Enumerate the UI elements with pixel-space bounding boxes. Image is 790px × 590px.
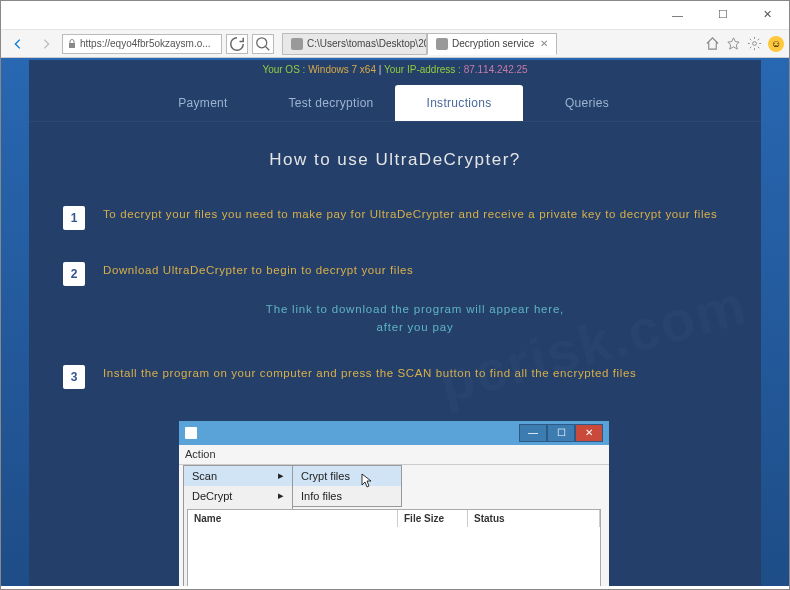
tab-instructions[interactable]: Instructions (395, 85, 523, 121)
step-number: 2 (63, 262, 85, 286)
ip-label: Your IP-address : (384, 64, 461, 75)
menu-item-decrypt[interactable]: DeCrypt▸ (184, 486, 292, 506)
address-bar[interactable]: https://eqyo4fbr5okzaysm.o... (62, 34, 222, 54)
col-file-size[interactable]: File Size (398, 510, 468, 527)
app-icon (185, 427, 197, 439)
app-minimize-button[interactable]: — (519, 424, 547, 442)
col-status[interactable]: Status (468, 510, 600, 527)
app-titlebar: — ☐ ✕ (179, 421, 609, 445)
os-label: Your OS : (262, 64, 305, 75)
window-minimize-button[interactable]: — (655, 0, 700, 30)
tab-strip: C:\Users\tomas\Desktop\2016-... Decrypti… (282, 33, 557, 55)
step-number: 1 (63, 206, 85, 230)
menu-action[interactable]: Action (185, 448, 216, 460)
step-number: 3 (63, 365, 85, 389)
step-text: Download UltraDeCrypter to begin to decr… (103, 262, 413, 279)
svg-line-2 (266, 46, 270, 50)
search-button[interactable] (252, 34, 274, 54)
tab-label: C:\Users\tomas\Desktop\2016-... (307, 38, 427, 49)
lock-icon (67, 39, 77, 49)
tab-queries[interactable]: Queries (523, 85, 651, 121)
svg-point-3 (753, 42, 757, 46)
cursor-icon (361, 473, 373, 489)
star-icon[interactable] (726, 36, 741, 51)
app-window-buttons: — ☐ ✕ (519, 424, 603, 442)
submenu-item-info-files[interactable]: Info files (293, 486, 401, 506)
back-button[interactable] (6, 33, 30, 55)
app-maximize-button[interactable]: ☐ (547, 424, 575, 442)
page-title: How to use UltraDeCrypter? (29, 150, 761, 170)
app-title-text (185, 427, 519, 439)
app-screenshot: — ☐ ✕ Action Scan▸ DeCrypt▸ Delete▸ Add … (179, 421, 609, 586)
page-icon (436, 38, 448, 50)
app-body: Scan▸ DeCrypt▸ Delete▸ Add file Import k… (179, 465, 609, 586)
download-link-placeholder: The link to download the program will ap… (103, 300, 727, 337)
refresh-button[interactable] (226, 34, 248, 54)
step-text: To decrypt your files you need to make p… (103, 206, 717, 223)
browser-tab-1[interactable]: C:\Users\tomas\Desktop\2016-... (282, 33, 427, 55)
page-content: Your OS : Windows 7 x64 | Your IP-addres… (0, 58, 790, 586)
col-name[interactable]: Name (188, 510, 398, 527)
tab-close-icon[interactable]: ✕ (540, 38, 548, 49)
step-3: 3 Install the program on your computer a… (63, 365, 727, 389)
browser-tab-2[interactable]: Decryption service✕ (427, 33, 557, 55)
svg-rect-0 (69, 43, 75, 48)
url-text: https://eqyo4fbr5okzaysm.o... (80, 38, 211, 49)
app-close-button[interactable]: ✕ (575, 424, 603, 442)
info-bar: Your OS : Windows 7 x64 | Your IP-addres… (29, 60, 761, 77)
toolbar-right: ☺ (705, 36, 784, 52)
home-icon[interactable] (705, 36, 720, 51)
browser-toolbar: https://eqyo4fbr5okzaysm.o... C:\Users\t… (0, 30, 790, 58)
tab-test-decryption[interactable]: Test decryption (267, 85, 395, 121)
os-value: Windows 7 x64 (308, 64, 376, 75)
feedback-icon[interactable]: ☺ (768, 36, 784, 52)
step-2: 2 Download UltraDeCrypter to begin to de… (63, 262, 727, 286)
submenu-item-crypt-files[interactable]: Crypt files (293, 466, 401, 486)
tab-payment[interactable]: Payment (139, 85, 267, 121)
nav-tabs: Payment Test decryption Instructions Que… (29, 85, 761, 122)
app-menubar: Action (179, 445, 609, 465)
main-panel: Your OS : Windows 7 x64 | Your IP-addres… (29, 60, 761, 586)
submenu: Crypt files Info files (292, 465, 402, 507)
step-1: 1 To decrypt your files you need to make… (63, 206, 727, 230)
list-header: Name File Size Status (187, 509, 601, 528)
svg-point-1 (257, 37, 267, 47)
forward-button[interactable] (34, 33, 58, 55)
step-text: Install the program on your computer and… (103, 365, 636, 382)
file-icon (291, 38, 303, 50)
tab-label: Decryption service (452, 38, 534, 49)
list-body (187, 527, 601, 586)
window-titlebar: — ☐ ✕ (0, 0, 790, 30)
steps: 1 To decrypt your files you need to make… (29, 206, 761, 389)
window-close-button[interactable]: ✕ (745, 0, 790, 30)
window-maximize-button[interactable]: ☐ (700, 0, 745, 30)
gear-icon[interactable] (747, 36, 762, 51)
menu-item-scan[interactable]: Scan▸ (184, 466, 292, 486)
ip-value: 87.114.242.25 (464, 64, 528, 75)
